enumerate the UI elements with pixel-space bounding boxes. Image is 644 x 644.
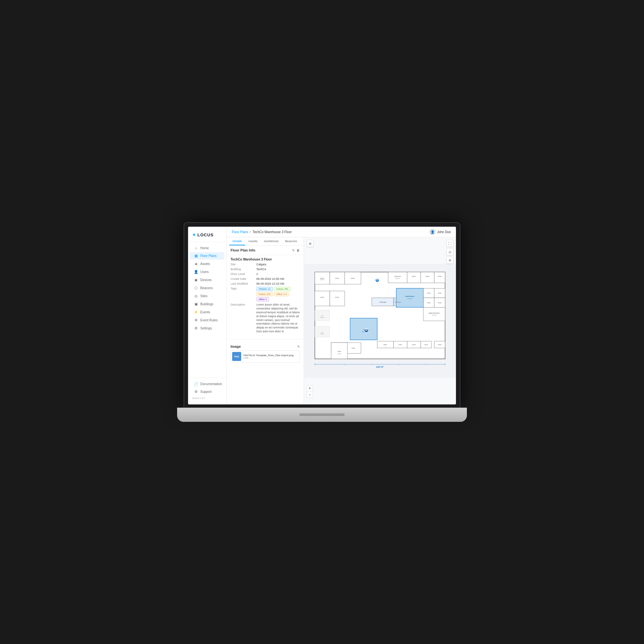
sidebar-item-support[interactable]: ⚙ Support: [190, 388, 224, 395]
sidebar-label-beacons: Beacons: [200, 286, 213, 290]
user-menu[interactable]: 👤 John Doe: [429, 229, 451, 235]
floor-plans-icon: ▦: [194, 254, 198, 258]
event-rules-icon: ⚙: [194, 318, 198, 322]
support-icon: ⚙: [194, 390, 198, 394]
image-edit-icon[interactable]: ✎: [297, 345, 300, 348]
svg-text:4 FT: 4 FT: [321, 332, 323, 333]
last-modified-value: 06-29-2024 12:10 AM: [256, 282, 300, 285]
svg-text:SUPPLY: SUPPLY: [412, 276, 416, 277]
section-divider: [227, 339, 304, 339]
sidebar-item-beacons[interactable]: ⬡ Beacons: [190, 284, 224, 292]
svg-text:OFFICE: OFFICE: [412, 344, 416, 346]
sidebar-item-users[interactable]: 👤 Users: [190, 268, 224, 276]
left-panel: Details Assets Geofences Beacons Events2: [227, 237, 304, 404]
description-label: Description: [231, 303, 256, 334]
sidebar-bottom: 📄 Documentation ⚙ Support Version 1.0.0: [188, 378, 226, 401]
tab-assets[interactable]: Assets: [245, 237, 261, 245]
svg-text:ROOM: ROOM: [337, 351, 341, 352]
svg-text:4 FT: 4 FT: [321, 315, 323, 317]
home-icon: ⌂: [194, 246, 198, 250]
svg-text:OFFICE: OFFICE: [427, 293, 431, 294]
tag-tektelic[interactable]: Tektelic 11: [256, 287, 273, 291]
info-row-last-modified: Last Modified 06-29-2024 12:10 AM: [231, 282, 300, 285]
sidebar-item-devices[interactable]: ◉ Devices: [190, 276, 224, 284]
sidebar-item-floor-plans[interactable]: ▦ Floor Plans: [190, 252, 224, 260]
delete-icon[interactable]: 🗑: [297, 249, 300, 252]
svg-text:14.1 x 9.4: 14.1 x 9.4: [432, 315, 436, 316]
svg-text:OFFICE: OFFICE: [351, 278, 355, 279]
image-section-header: Image ✎: [231, 343, 300, 350]
tab-details[interactable]: Details: [229, 237, 245, 245]
tab-geofences[interactable]: Geofences: [261, 237, 282, 245]
tab-beacons[interactable]: Beacons: [282, 237, 300, 245]
version-text: Version 1.0.0: [188, 396, 226, 401]
sidebar-label-events: Events: [200, 310, 210, 314]
last-modified-label: Last Modified: [231, 282, 256, 285]
image-file-item[interactable]: PNG TEKTELIC Template_Floor_Plan Import.…: [231, 350, 300, 363]
logo-icon: ✦: [192, 232, 196, 238]
svg-text:OFFICE: OFFICE: [352, 348, 355, 349]
sidebar-label-sites: Sites: [200, 294, 207, 298]
svg-rect-21: [315, 291, 330, 306]
floor-plan-svg: OFFICE 12.4 x 9.4 OFFICE OFFICE RECEPTIO…: [304, 237, 456, 404]
sidebar: ✦ LOCUS ⌂ Home ▦ Floor Plans ◈ Ass: [188, 227, 227, 404]
svg-rect-16: [434, 272, 445, 283]
floor-plan-info-actions: ✎ 🗑: [292, 249, 300, 252]
sidebar-label-floor-plans: Floor Plans: [200, 254, 217, 258]
sidebar-item-sites[interactable]: ◎ Sites: [190, 292, 224, 300]
create-date-value: 06-28-2024 12:00 AM: [256, 277, 300, 280]
docs-icon: 📄: [194, 382, 198, 386]
info-row-building: Building TechCo: [231, 268, 300, 271]
tab-events[interactable]: Events2: [300, 237, 304, 245]
zoom-controls: + −: [307, 385, 313, 398]
floor-plan-info-header: Floor Plan Info ✎ 🗑: [227, 246, 304, 255]
svg-rect-23: [330, 291, 345, 306]
user-name: John Doe: [437, 230, 451, 234]
floor-plan-name: TechCo Warehouse 3 Floor: [231, 258, 300, 261]
user-avatar: 👤: [429, 229, 436, 235]
sidebar-label-event-rules: Event Rules: [200, 318, 218, 322]
sidebar-item-home[interactable]: ⌂ Home: [190, 244, 224, 251]
sidebar-label-support: Support: [200, 390, 212, 393]
tags-label: Tags: [231, 287, 256, 301]
sidebar-item-event-rules[interactable]: ⚙ Event Rules: [190, 317, 224, 324]
breadcrumb-floor-plans[interactable]: Floor Plans: [232, 230, 248, 234]
sidebar-item-buildings[interactable]: ▣ Buildings: [190, 300, 224, 308]
file-size: 3 MB: [243, 357, 298, 359]
edit-icon[interactable]: ✎: [292, 249, 295, 252]
svg-text:OFFICE: OFFICE: [427, 302, 431, 304]
tag-office-1-4[interactable]: office 1-4: [274, 292, 289, 296]
svg-text:RECEPTION: RECEPTION: [394, 276, 401, 277]
sidebar-item-documentation[interactable]: 📄 Documentation: [190, 380, 224, 388]
tag-indoor-231[interactable]: Indoor 231: [256, 292, 273, 296]
tag-indoor-451[interactable]: Indoor 451: [274, 287, 291, 291]
tag-office-1[interactable]: office 1: [256, 297, 269, 301]
map-locate-btn[interactable]: ◎: [446, 248, 453, 255]
info-row-tags: Tags Tektelic 11 Indoor 451 Indoor 231 o…: [231, 287, 300, 301]
file-thumbnail: PNG: [232, 352, 241, 361]
svg-text:120'-8": 120'-8": [376, 365, 384, 368]
info-row-description: Description Lorem ipsum dolor sit amet, …: [231, 303, 300, 334]
floor-level-label: Floor Level: [231, 272, 256, 276]
map-settings-btn[interactable]: ⚙: [446, 257, 453, 264]
image-section-title: Image: [231, 345, 241, 348]
map-layers-btn[interactable]: ⊞: [307, 240, 314, 247]
settings-icon: ⚙: [194, 326, 198, 330]
zoom-in-btn[interactable]: +: [307, 385, 313, 392]
tabs-bar: Details Assets Geofences Beacons Events2: [227, 237, 304, 246]
svg-text:OFFICE: OFFICE: [399, 344, 402, 346]
logo-area: ✦ LOCUS: [188, 231, 226, 242]
zoom-out-btn[interactable]: −: [307, 392, 313, 398]
svg-text:CIRCLES: CIRCLES: [320, 317, 324, 318]
sidebar-item-settings[interactable]: ⚙ Settings: [190, 325, 224, 332]
svg-point-54: [366, 329, 367, 330]
svg-text:CIRCLES: CIRCLES: [320, 333, 324, 335]
sidebar-label-buildings: Buildings: [200, 302, 213, 306]
info-row-floor-level: Floor Level 1: [231, 272, 300, 276]
building-label: Building: [231, 268, 256, 271]
assets-icon: ◈: [194, 262, 198, 266]
beacons-icon: ⬡: [194, 286, 198, 290]
sidebar-item-assets[interactable]: ◈ Assets: [190, 260, 224, 268]
map-fullscreen-btn[interactable]: ⛶: [446, 240, 453, 247]
sidebar-item-events[interactable]: ⚡ Events: [190, 308, 224, 316]
